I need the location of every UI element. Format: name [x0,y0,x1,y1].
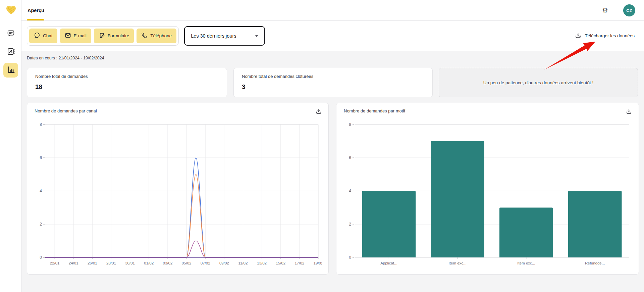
stat-value: 18 [35,83,219,91]
main-content: Dates en cours : 21/01/2024 - 19/02/2024… [21,51,644,292]
header-divider [541,0,541,21]
active-tab-underline [27,19,44,20]
svg-text:Item exc...: Item exc... [449,261,467,265]
stat-card-closed-requests: Nombre total de demandes clôturées 3 [233,68,433,97]
channel-button-chat[interactable]: Chat [29,29,57,43]
channel-button-label: Téléphone [150,33,172,38]
line-chart-card: Nombre de demandes par canal 0246822/012… [27,103,329,275]
caret-down-icon [255,35,258,37]
channel-filter-group: Chat E-mail Formulaire [27,26,179,46]
download-data-button[interactable]: Télécharger les données [575,32,635,40]
channel-button-form[interactable]: Formulaire [94,29,134,43]
channel-button-email[interactable]: E-mail [60,29,91,43]
svg-text:6: 6 [40,155,42,160]
stat-label: Nombre total de demandes clôturées [242,74,424,79]
bar-chart-icon [7,65,15,75]
download-icon[interactable] [625,107,633,116]
stat-label: Nombre total de demandes [35,74,219,79]
download-label: Télécharger les données [585,33,635,38]
bar-chart-canvas: 02468Applicat...Item exc...Item exc...Re… [343,120,633,271]
channel-button-phone[interactable]: Téléphone [137,29,176,43]
svg-text:Applicat...: Applicat... [380,261,397,265]
period-select[interactable]: Les 30 derniers jours [184,26,265,46]
chat-icon [34,32,40,40]
svg-text:6: 6 [349,155,351,160]
svg-text:07/02: 07/02 [201,261,210,265]
svg-text:0: 0 [349,255,351,260]
stat-value: 3 [242,83,424,91]
line-chart-canvas: 0246822/0124/0126/0128/0130/0101/0203/02… [34,120,322,271]
sidebar-item-conversations[interactable] [3,27,18,41]
svg-text:13/02: 13/02 [257,261,267,265]
date-range-label: Dates en cours : 21/01/2024 - 19/02/2024 [27,56,104,60]
stat-card-total-requests: Nombre total de demandes 18 [27,68,227,97]
svg-text:11/02: 11/02 [238,261,248,265]
download-icon [575,32,582,40]
coming-soon-notice: Un peu de patience, d'autres données arr… [439,68,638,97]
svg-text:05/02: 05/02 [182,261,192,265]
svg-text:22/01: 22/01 [50,261,60,265]
coming-soon-text: Un peu de patience, d'autres données arr… [483,80,593,85]
svg-text:4: 4 [40,189,42,193]
download-icon[interactable] [314,107,323,116]
svg-text:Item exc...: Item exc... [517,261,535,265]
sidebar-item-analytics[interactable] [3,63,18,78]
svg-text:19/02: 19/02 [314,261,322,265]
tab-apercu-label: Aperçu [28,8,44,13]
period-select-value: Les 30 derniers jours [191,33,236,39]
gear-icon[interactable]: ⚙ [601,6,609,15]
header: Aperçu ⚙ CZ [21,0,644,21]
email-icon [65,32,71,40]
svg-text:09/02: 09/02 [219,261,229,265]
chat-bubble-icon [7,29,15,39]
contact-book-icon [7,47,15,57]
svg-text:01/02: 01/02 [144,261,154,265]
avatar[interactable]: CZ [623,4,635,16]
svg-text:03/02: 03/02 [163,261,173,265]
svg-text:8: 8 [40,122,42,127]
phone-icon [141,32,148,40]
line-chart-title: Nombre de demandes par canal [35,108,97,113]
heart-logo [5,4,17,17]
channel-button-label: Formulaire [108,33,129,38]
svg-text:8: 8 [349,122,351,127]
channel-button-label: E-mail [74,33,87,38]
svg-text:0: 0 [40,255,42,260]
svg-text:Refundde...: Refundde... [585,261,605,265]
svg-text:26/01: 26/01 [88,261,97,265]
svg-text:15/02: 15/02 [276,261,285,265]
svg-text:24/01: 24/01 [69,261,78,265]
sidebar [0,0,21,292]
form-icon [99,32,105,40]
filter-bar: Chat E-mail Formulaire [21,21,644,51]
channel-button-label: Chat [43,33,53,38]
svg-text:17/02: 17/02 [294,261,304,265]
svg-text:28/01: 28/01 [106,261,116,265]
svg-text:2: 2 [349,222,351,227]
svg-text:4: 4 [349,189,351,193]
svg-text:2: 2 [40,222,42,227]
svg-text:30/01: 30/01 [125,261,135,265]
bar-chart-title: Nombre de demandes par motif [344,108,405,113]
bar-chart-card: Nombre de demandes par motif 02468Applic… [336,103,639,275]
sidebar-item-contacts[interactable] [3,45,18,59]
tab-apercu[interactable]: Aperçu [27,0,45,21]
